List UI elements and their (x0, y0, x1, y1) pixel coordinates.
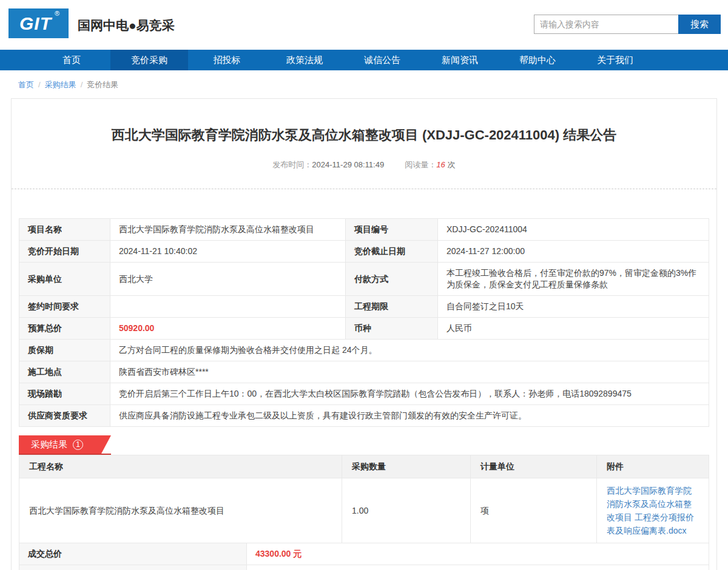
result-table: 工程名称 采购数量 计量单位 附件 西北大学国际教育学院消防水泵及高位水箱整改项… (19, 455, 709, 543)
row-value: 供应商应具备消防设施工程专业承包二级及以上资质，具有建设行政主管部门颁发的有效的… (110, 405, 709, 427)
views-count: 16 (436, 160, 445, 169)
row-value: 陕西省西安市碑林区**** (110, 361, 709, 383)
row-label: 供应商资质要求 (19, 405, 110, 427)
table-row: 成交总价 43300.00 元 (19, 543, 709, 565)
registered-trademark-icon: ® (55, 10, 60, 17)
table-row: 供应商资质要求 供应商应具备消防设施工程专业承包二级及以上资质，具有建设行政主管… (19, 405, 709, 427)
result-section-header: 采购结果 1 (19, 435, 111, 455)
breadcrumb-home-link[interactable]: 首页 (18, 80, 34, 89)
result-project-name: 西北大学国际教育学院消防水泵及高位水箱整改项目 (19, 478, 342, 543)
row-value (110, 296, 346, 318)
row-value: XDJJ-GC-202411004 (438, 219, 709, 241)
result-badge: 采购结果 1 (19, 435, 111, 454)
table-row: 质保期 乙方对合同工程的质量保修期为验收合格并交付使用之日起 24个月。 (19, 340, 709, 361)
nav-item-about[interactable]: 关于我们 (576, 50, 654, 70)
nav-item-news[interactable]: 新闻资讯 (421, 50, 499, 70)
budget-total-value: 50920.00 (110, 318, 346, 340)
row-label: 质保期 (19, 340, 110, 361)
project-info-table: 项目名称 西北大学国际教育学院消防水泵及高位水箱整改项目 项目编号 XDJJ-G… (19, 218, 709, 427)
article-meta: 发布时间：2024-11-29 08:11:49阅读量：16次 (12, 159, 716, 170)
search-button[interactable]: 搜索 (678, 15, 721, 34)
breadcrumb-separator: / (81, 80, 83, 89)
col-header-unit: 计量单位 (471, 455, 597, 478)
search-area: 搜索 (534, 15, 721, 34)
table-row: 施工地点 陕西省西安市碑林区**** (19, 361, 709, 383)
row-value: 西北大学国际教育学院消防水泵及高位水箱整改项目 (110, 219, 346, 241)
nav-item-home[interactable]: 首页 (33, 50, 110, 70)
result-unit: 项 (471, 478, 597, 543)
result-count-badge: 1 (73, 440, 83, 450)
row-label: 采购单位 (19, 263, 110, 296)
table-row: 项目名称 西北大学国际教育学院消防水泵及高位水箱整改项目 项目编号 XDJJ-G… (19, 219, 709, 241)
logo-git-text: GIT® (19, 13, 58, 34)
row-label: 现场踏勘 (19, 383, 110, 405)
search-input[interactable] (534, 15, 678, 34)
breadcrumb-section-link[interactable]: 采购结果 (45, 80, 76, 89)
site-header: GIT® 国网中电●易竞采 搜索 (0, 0, 728, 50)
col-header-project-name: 工程名称 (19, 455, 342, 478)
table-row: 西北大学国际教育学院消防水泵及高位水箱整改项目 1.00 项 西北大学国际教育学… (19, 478, 709, 543)
breadcrumb: 首页/采购结果/竞价结果 (0, 70, 728, 98)
supplier-label: 成交供应商 (19, 565, 247, 570)
row-label: 签约时间要求 (19, 296, 110, 318)
row-value: 竞价开启后第三个工作日上午10：00，在西北大学太白校区国际教育学院踏勘（包含公… (110, 383, 709, 405)
content-card: 西北大学国际教育学院消防水泵及高位水箱整改项目 (XDJJ-GC-2024110… (11, 98, 717, 570)
table-row: 竞价开始日期 2024-11-21 10:40:02 竞价截止日期 2024-1… (19, 241, 709, 263)
page-title: 西北大学国际教育学院消防水泵及高位水箱整改项目 (XDJJ-GC-2024110… (12, 99, 716, 144)
result-table-wrap: 工程名称 采购数量 计量单位 附件 西北大学国际教育学院消防水泵及高位水箱整改项… (19, 455, 709, 570)
nav-item-bidding-purchase[interactable]: 竞价采购 (110, 50, 188, 70)
row-label: 币种 (346, 318, 438, 340)
result-totals-table: 成交总价 43300.00 元 成交供应商 陕西基品电子科技有限公司 (19, 543, 709, 570)
row-label: 竞价开始日期 (19, 241, 110, 263)
divider (12, 189, 716, 189)
table-row: 采购单位 西北大学 付款方式 本工程竣工验收合格后，付至审定价款的97%，留审定… (19, 263, 709, 296)
total-price-value: 43300.00 元 (247, 543, 709, 565)
row-label: 施工地点 (19, 361, 110, 383)
table-row: 预算总价 50920.00 币种 人民币 (19, 318, 709, 340)
nav-item-policy[interactable]: 政策法规 (266, 50, 343, 70)
row-label: 付款方式 (346, 263, 438, 296)
nav-item-help[interactable]: 帮助中心 (499, 50, 576, 70)
breadcrumb-current: 竞价结果 (87, 80, 118, 89)
result-quantity: 1.00 (342, 478, 471, 543)
attachment-link[interactable]: 西北大学国际教育学院消防水泵及高位水箱整改项目 工程类分项报价表及响应偏离表.d… (607, 484, 699, 537)
table-header-row: 工程名称 采购数量 计量单位 附件 (19, 455, 709, 478)
project-info-table-wrap: 项目名称 西北大学国际教育学院消防水泵及高位水箱整改项目 项目编号 XDJJ-G… (19, 218, 709, 427)
main-nav: 首页 竞价采购 招投标 政策法规 诚信公告 新闻资讯 帮助中心 关于我们 (0, 50, 728, 70)
row-value: 自合同签订之日10天 (438, 296, 709, 318)
publish-time-label: 发布时间： (272, 160, 312, 169)
row-label: 预算总价 (19, 318, 110, 340)
nav-item-tender[interactable]: 招投标 (188, 50, 266, 70)
brand-name: 国网中电●易竞采 (78, 17, 175, 34)
col-header-quantity: 采购数量 (342, 455, 471, 478)
col-header-attachment: 附件 (597, 455, 709, 478)
row-value: 乙方对合同工程的质量保修期为验收合格并交付使用之日起 24个月。 (110, 340, 709, 361)
total-price-label: 成交总价 (19, 543, 247, 565)
table-row: 现场踏勘 竞价开启后第三个工作日上午10：00，在西北大学太白校区国际教育学院踏… (19, 383, 709, 405)
views-label: 阅读量： (405, 160, 436, 169)
breadcrumb-separator: / (38, 80, 41, 89)
row-label: 项目名称 (19, 219, 110, 241)
result-badge-label: 采购结果 (31, 439, 67, 451)
row-value: 西北大学 (110, 263, 346, 296)
nav-item-integrity[interactable]: 诚信公告 (343, 50, 421, 70)
supplier-value: 陕西基品电子科技有限公司 (247, 565, 709, 570)
row-label: 项目编号 (346, 219, 438, 241)
row-value: 本工程竣工验收合格后，付至审定价款的97%，留审定金额的3%作为质保金，质保金支… (438, 263, 709, 296)
row-value: 2024-11-27 12:00:00 (438, 241, 709, 263)
site-logo[interactable]: GIT® (8, 8, 69, 38)
publish-time-value: 2024-11-29 08:11:49 (312, 160, 384, 169)
views-unit: 次 (448, 160, 456, 169)
table-row: 签约时间要求 工程期限 自合同签订之日10天 (19, 296, 709, 318)
row-value: 人民币 (438, 318, 709, 340)
row-value: 2024-11-21 10:40:02 (110, 241, 346, 263)
row-label: 工程期限 (346, 296, 438, 318)
table-row: 成交供应商 陕西基品电子科技有限公司 (19, 565, 709, 570)
row-label: 竞价截止日期 (346, 241, 438, 263)
